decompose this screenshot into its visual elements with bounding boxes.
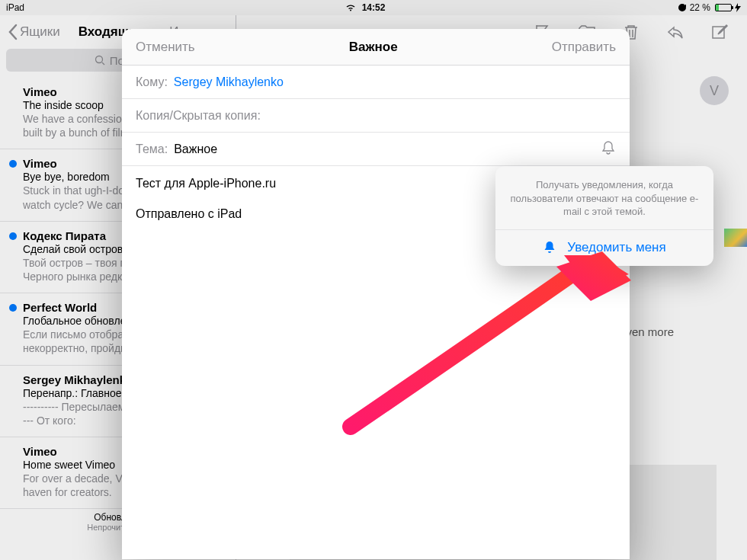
inline-image xyxy=(724,229,747,247)
notify-bell-icon[interactable] xyxy=(601,140,616,158)
charging-icon xyxy=(735,3,741,12)
unread-dot-icon xyxy=(9,160,17,168)
device-label: iPad xyxy=(6,2,24,13)
unread-dot-icon xyxy=(9,304,17,312)
notify-me-label: Уведомить меня xyxy=(567,240,665,255)
to-field[interactable]: Кому: Sergey Mikhaylenko xyxy=(122,66,630,99)
battery-icon xyxy=(713,4,732,11)
notify-me-button[interactable]: Уведомить меня xyxy=(495,229,713,266)
cc-label: Копия/Скрытая копия: xyxy=(136,109,261,123)
wifi-icon xyxy=(345,4,356,11)
compose-sheet: Отменить Важное Отправить Кому: Sergey M… xyxy=(122,29,630,559)
compose-title: Важное xyxy=(349,40,398,55)
to-recipient[interactable]: Sergey Mikhaylenko xyxy=(174,75,284,89)
popover-description: Получать уведомления, когда пользователи… xyxy=(495,166,713,229)
cancel-button[interactable]: Отменить xyxy=(136,40,195,55)
compose-icon[interactable] xyxy=(710,24,729,40)
reply-icon[interactable] xyxy=(666,24,684,40)
subject-label: Тема: xyxy=(136,142,168,156)
search-icon xyxy=(95,55,105,66)
svg-point-0 xyxy=(95,56,102,63)
sync-icon xyxy=(678,3,687,12)
clock: 14:52 xyxy=(0,2,747,13)
compose-header: Отменить Важное Отправить xyxy=(122,29,630,66)
subject-field[interactable]: Тема: Важное xyxy=(122,133,630,166)
sender-avatar: V xyxy=(700,76,729,105)
unread-dot-icon xyxy=(9,232,17,240)
back-button[interactable]: Ящики xyxy=(8,24,60,40)
subject-value: Важное xyxy=(174,142,217,156)
to-label: Кому: xyxy=(136,75,168,89)
bell-filled-icon xyxy=(543,241,556,254)
battery-percent: 22 % xyxy=(690,2,710,13)
send-button[interactable]: Отправить xyxy=(552,40,616,55)
status-bar: iPad 14:52 22 % xyxy=(0,0,747,15)
notify-popover: Получать уведомления, когда пользователи… xyxy=(495,166,713,266)
back-label: Ящики xyxy=(20,24,60,40)
cc-bcc-field[interactable]: Копия/Скрытая копия: xyxy=(122,99,630,133)
